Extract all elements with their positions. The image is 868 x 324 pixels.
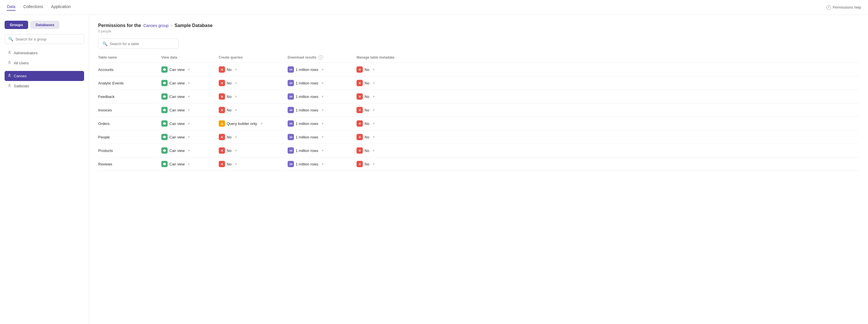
- groups-toggle-button[interactable]: Groups: [5, 21, 28, 29]
- manage-metadata-chevron[interactable]: ▾: [373, 81, 375, 85]
- manage-metadata-chevron[interactable]: ▾: [373, 67, 375, 71]
- table-name-cell: Products: [98, 148, 161, 153]
- create-queries-cell: No ▾: [219, 66, 288, 73]
- view-data-cell: Can view ▾: [161, 107, 219, 113]
- group-search-input[interactable]: [16, 37, 81, 41]
- download-results-cell: 1M 1 million rows ▾: [288, 66, 356, 73]
- breadcrumb-group-link[interactable]: Canoes group: [143, 23, 168, 28]
- col-header-manage-metadata: Manage table metadata: [356, 55, 425, 60]
- breadcrumb: Permissions for the Canoes group › Sampl…: [98, 23, 859, 28]
- download-results-cell: 1M 1 million rows ▾: [288, 134, 356, 140]
- table-name-cell: Orders: [98, 121, 161, 126]
- table-name-cell: Feedback: [98, 94, 161, 99]
- databases-toggle-button[interactable]: Databases: [30, 21, 59, 29]
- view-data-cell: Can view ▾: [161, 66, 219, 73]
- breadcrumb-separator: ›: [171, 23, 172, 28]
- svg-point-2: [9, 74, 10, 76]
- create-queries-chevron[interactable]: ▾: [235, 81, 237, 85]
- all-users-icon: [7, 61, 11, 65]
- manage-metadata-chevron[interactable]: ▾: [373, 121, 375, 125]
- sidebar-item-administrators[interactable]: Administrators: [5, 48, 84, 58]
- download-results-info-icon[interactable]: i: [319, 55, 323, 60]
- sidebar-item-all-users[interactable]: All Users: [5, 58, 84, 68]
- create-queries-cell: No ▾: [219, 161, 288, 167]
- manage-metadata-cell: No ▾: [356, 107, 425, 113]
- view-data-chevron[interactable]: ▾: [188, 121, 190, 125]
- manage-metadata-chevron[interactable]: ▾: [373, 94, 375, 98]
- download-results-chevron[interactable]: ▾: [322, 81, 323, 85]
- manage-metadata-chevron[interactable]: ▾: [373, 148, 375, 152]
- nav-tab-data[interactable]: Data: [7, 4, 16, 11]
- sidebar-item-canoes[interactable]: Canoes: [5, 71, 84, 81]
- nav-tab-collections[interactable]: Collections: [24, 4, 43, 11]
- sidebar-item-sailboats-label: Sailboats: [14, 84, 29, 88]
- create-queries-chevron[interactable]: ▾: [235, 67, 237, 71]
- badge-purple: 1M: [288, 66, 294, 73]
- top-nav: Data Collections Application i Permissio…: [0, 0, 868, 15]
- create-queries-chevron[interactable]: ▾: [235, 162, 237, 166]
- download-results-chevron[interactable]: ▾: [322, 94, 323, 98]
- manage-metadata-chevron[interactable]: ▾: [373, 162, 375, 166]
- svg-point-9: [164, 83, 165, 84]
- download-results-chevron[interactable]: ▾: [322, 148, 323, 152]
- permissions-help-label: Permissions help: [833, 5, 861, 9]
- badge-green: [161, 66, 167, 73]
- sidebar-item-sailboats[interactable]: Sailboats: [5, 81, 84, 91]
- table-name-cell: Invoices: [98, 108, 161, 112]
- badge-green: [161, 93, 167, 100]
- download-results-cell: 1M 1 million rows ▾: [288, 147, 356, 154]
- nav-tab-application[interactable]: Application: [51, 4, 71, 11]
- table-name-cell: People: [98, 135, 161, 139]
- table-row: Feedback Can view ▾ No ▾ 1M 1 million ro…: [98, 90, 859, 104]
- badge-yellow: [219, 120, 225, 127]
- group-search-box: 🔍: [5, 34, 84, 44]
- sidebar-toggle: Groups Databases: [5, 21, 84, 29]
- manage-metadata-chevron[interactable]: ▾: [373, 108, 375, 112]
- create-queries-chevron[interactable]: ▾: [260, 121, 262, 125]
- download-results-cell: 1M 1 million rows ▾: [288, 93, 356, 100]
- col-header-download-results: Download results i: [288, 55, 356, 60]
- create-queries-chevron[interactable]: ▾: [235, 94, 237, 98]
- svg-point-37: [164, 164, 165, 165]
- search-icon: 🔍: [8, 37, 13, 41]
- main-content: Permissions for the Canoes group › Sampl…: [89, 15, 868, 324]
- manage-metadata-cell: No ▾: [356, 93, 425, 100]
- create-queries-cell: No ▾: [219, 134, 288, 140]
- group-member-count: 0 people: [98, 29, 859, 33]
- svg-point-3: [9, 84, 10, 86]
- view-data-chevron[interactable]: ▾: [188, 94, 190, 98]
- download-results-chevron[interactable]: ▾: [322, 162, 323, 166]
- table-row: Accounts Can view ▾ No ▾ 1M 1 million ro…: [98, 63, 859, 77]
- create-queries-cell: No ▾: [219, 80, 288, 86]
- svg-point-4: [164, 69, 165, 70]
- download-results-chevron[interactable]: ▾: [322, 67, 323, 71]
- view-data-chevron[interactable]: ▾: [188, 108, 190, 112]
- canoes-icon: [7, 73, 11, 79]
- sidebar: Groups Databases 🔍 Administrators All Us…: [0, 15, 89, 324]
- manage-metadata-chevron[interactable]: ▾: [373, 135, 375, 139]
- badge-green: [161, 161, 167, 167]
- view-data-chevron[interactable]: ▾: [188, 135, 190, 139]
- create-queries-cell: Query builder only ▾: [219, 120, 288, 127]
- download-results-chevron[interactable]: ▾: [322, 108, 323, 112]
- sailboats-icon: [7, 84, 11, 88]
- svg-point-0: [9, 51, 10, 53]
- download-results-chevron[interactable]: ▾: [322, 121, 323, 125]
- manage-metadata-cell: No ▾: [356, 161, 425, 167]
- create-queries-chevron[interactable]: ▾: [235, 148, 237, 152]
- view-data-chevron[interactable]: ▾: [188, 67, 190, 71]
- sidebar-item-administrators-label: Administrators: [14, 51, 38, 55]
- view-data-chevron[interactable]: ▾: [188, 148, 190, 152]
- badge-purple: 1M: [288, 107, 294, 113]
- create-queries-chevron[interactable]: ▾: [235, 108, 237, 112]
- table-search-input[interactable]: [110, 42, 174, 46]
- permissions-help-button[interactable]: i Permissions help: [826, 5, 861, 10]
- create-queries-chevron[interactable]: ▾: [235, 135, 237, 139]
- col-header-view-data: View data: [161, 55, 219, 60]
- badge-purple: 1M: [288, 93, 294, 100]
- download-results-chevron[interactable]: ▾: [322, 135, 323, 139]
- badge-red: [219, 107, 225, 113]
- view-data-chevron[interactable]: ▾: [188, 81, 190, 85]
- view-data-cell: Can view ▾: [161, 147, 219, 154]
- view-data-chevron[interactable]: ▾: [188, 162, 190, 166]
